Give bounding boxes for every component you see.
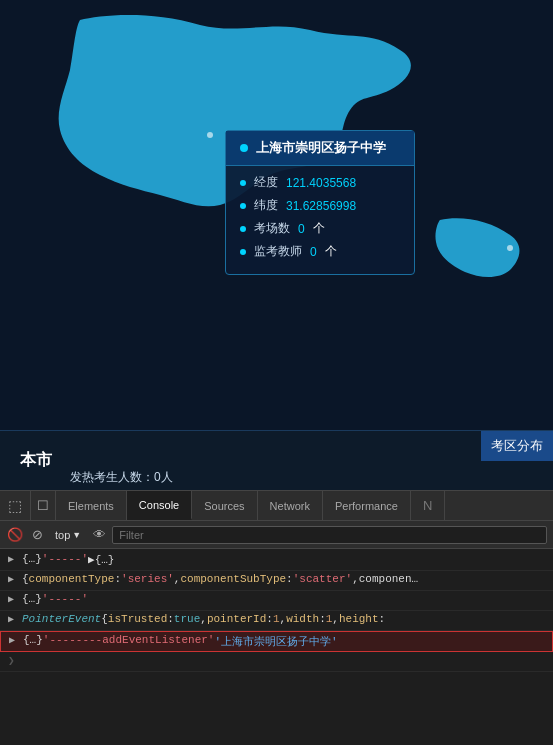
- tooltip-label-examrooms: 考场数: [254, 220, 290, 237]
- tooltip-label-longitude: 经度: [254, 174, 278, 191]
- devtools-mobile-icon[interactable]: ☐: [31, 491, 56, 520]
- info-bar: 考区分布 本市 发热考生人数：0人: [0, 430, 553, 490]
- svg-point-1: [207, 132, 213, 138]
- console-line-2[interactable]: ▶ { componentType : 'series' , component…: [0, 571, 553, 591]
- tooltip-header: 上海市崇明区扬子中学: [226, 131, 414, 166]
- tooltip-dot-teachers: [240, 249, 246, 255]
- arrow-3: ▶: [8, 593, 18, 605]
- tooltip-value-examrooms: 0: [298, 222, 305, 236]
- tooltip-title: 上海市崇明区扬子中学: [256, 139, 386, 157]
- map-container: 上海市崇明区扬子中学 经度 121.4035568 纬度 31.62856998…: [0, 0, 553, 430]
- tooltip-dot-examrooms: [240, 226, 246, 232]
- console-line-5[interactable]: ▶ {…} '--------addEventListener' '上海市崇明区…: [0, 631, 553, 652]
- tab-more[interactable]: N: [411, 491, 445, 520]
- tab-elements[interactable]: Elements: [56, 491, 127, 520]
- top-context-dropdown[interactable]: top ▼: [50, 526, 86, 544]
- tab-performance[interactable]: Performance: [323, 491, 411, 520]
- console-line-3[interactable]: ▶ {…} '-----': [0, 591, 553, 611]
- tooltip-value-latitude: 31.62856998: [286, 199, 356, 213]
- tab-network[interactable]: Network: [258, 491, 323, 520]
- top-label: top: [55, 529, 70, 541]
- tooltip-row-longitude: 经度 121.4035568: [240, 174, 400, 191]
- tooltip-row-examrooms: 考场数 0 个: [240, 220, 400, 237]
- tooltip-dot-longitude: [240, 180, 246, 186]
- tab-console[interactable]: Console: [127, 491, 192, 520]
- console-line-4[interactable]: ▶ PointerEvent { isTrusted : true , poin…: [0, 611, 553, 631]
- devtools-panel: ⬚ ☐ Elements Console Sources Network Per…: [0, 490, 553, 745]
- tooltip-row-teachers: 监考教师 0 个: [240, 243, 400, 260]
- tooltip-value-teachers: 0: [310, 245, 317, 259]
- svg-point-2: [507, 245, 513, 251]
- tooltip-body: 经度 121.4035568 纬度 31.62856998 考场数 0 个 监考…: [226, 166, 414, 274]
- tab-sources[interactable]: Sources: [192, 491, 257, 520]
- tooltip-value-longitude: 121.4035568: [286, 176, 356, 190]
- tooltip-dot-latitude: [240, 203, 246, 209]
- tooltip-unit-teachers: 个: [325, 243, 337, 260]
- console-prompt-line[interactable]: ❯: [0, 652, 553, 672]
- arrow-5: ▶: [9, 634, 19, 646]
- school-name-value: '上海市崇明区扬子中学': [214, 634, 337, 649]
- arrow-4: ▶: [8, 613, 18, 625]
- arrow-2: ▶: [8, 573, 18, 585]
- tooltip-unit-examrooms: 个: [313, 220, 325, 237]
- eye-icon[interactable]: 👁: [90, 526, 108, 544]
- clear-console-icon[interactable]: 🚫: [6, 526, 24, 544]
- tooltip-row-latitude: 纬度 31.62856998: [240, 197, 400, 214]
- console-output[interactable]: ▶ {…} '-----' ▶{…} ▶ { componentType : '…: [0, 549, 553, 745]
- tooltip-label-latitude: 纬度: [254, 197, 278, 214]
- tooltip-header-dot: [240, 144, 248, 152]
- arrow-1: ▶: [8, 553, 18, 565]
- devtools-tabs: ⬚ ☐ Elements Console Sources Network Per…: [0, 491, 553, 521]
- console-filter-input[interactable]: [112, 526, 547, 544]
- info-bar-fever-count: 发热考生人数：0人: [70, 469, 173, 486]
- devtools-toolbar: 🚫 ⊘ top ▼ 👁: [0, 521, 553, 549]
- console-prompt-icon: ❯: [8, 654, 15, 667]
- dropdown-arrow-icon: ▼: [72, 530, 81, 540]
- console-line-1[interactable]: ▶ {…} '-----' ▶{…}: [0, 551, 553, 571]
- info-bar-right-label: 考区分布: [481, 431, 553, 461]
- block-icon[interactable]: ⊘: [28, 526, 46, 544]
- tooltip-label-teachers: 监考教师: [254, 243, 302, 260]
- devtools-cursor-icon[interactable]: ⬚: [0, 491, 31, 520]
- map-tooltip: 上海市崇明区扬子中学 经度 121.4035568 纬度 31.62856998…: [225, 130, 415, 275]
- info-bar-left-label: 本市: [0, 442, 72, 479]
